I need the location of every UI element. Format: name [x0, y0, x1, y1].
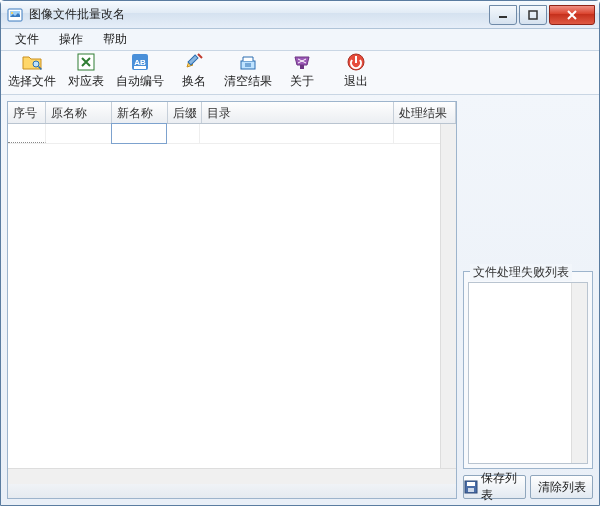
horizontal-scrollbar[interactable] — [8, 468, 456, 484]
toolbar-label: 选择文件 — [8, 73, 56, 90]
toolbar-label: 对应表 — [68, 73, 104, 90]
fail-list[interactable] — [468, 282, 588, 464]
table-footer — [8, 484, 456, 498]
app-icon — [7, 7, 23, 23]
col-new-name[interactable]: 新名称 — [112, 102, 168, 123]
rename-button[interactable]: 换名 — [169, 49, 219, 92]
auto-number-button[interactable]: AB 自动编号 — [115, 49, 165, 92]
clear-icon — [237, 51, 259, 73]
exit-icon — [345, 51, 367, 73]
button-label: 保存列表 — [481, 470, 525, 504]
clear-results-button[interactable]: 清空结果 — [223, 49, 273, 92]
app-window: 图像文件批量改名 文件 操作 帮助 选择文件 — [0, 0, 600, 506]
cell-seq[interactable] — [8, 124, 46, 143]
side-panel: 文件处理失败列表 保存列表 清除列表 — [463, 101, 593, 499]
col-dir[interactable]: 目录 — [202, 102, 394, 123]
cell-ext[interactable] — [166, 124, 200, 143]
clear-list-button[interactable]: 清除列表 — [530, 475, 593, 499]
title-bar[interactable]: 图像文件批量改名 — [1, 1, 599, 29]
side-button-row: 保存列表 清除列表 — [463, 475, 593, 499]
maximize-button[interactable] — [519, 5, 547, 25]
col-old-name[interactable]: 原名称 — [46, 102, 112, 123]
table-row[interactable] — [8, 124, 456, 144]
svg-rect-9 — [134, 66, 146, 69]
vertical-scrollbar[interactable] — [571, 283, 587, 463]
file-table: 序号 原名称 新名称 后缀 目录 处理结果 — [7, 101, 457, 499]
window-title: 图像文件批量改名 — [29, 6, 487, 23]
svg-rect-11 — [241, 61, 255, 69]
svg-rect-16 — [467, 482, 475, 486]
cell-dir[interactable] — [200, 124, 394, 143]
about-icon — [291, 51, 313, 73]
svg-rect-3 — [499, 16, 507, 18]
toolbar-label: 关于 — [290, 73, 314, 90]
minimize-button[interactable] — [489, 5, 517, 25]
cell-new-name[interactable] — [111, 123, 167, 144]
col-result[interactable]: 处理结果 — [394, 102, 456, 123]
fail-list-group: 文件处理失败列表 — [463, 271, 593, 469]
folder-search-icon — [21, 51, 43, 73]
auto-number-icon: AB — [129, 51, 151, 73]
svg-point-5 — [33, 61, 39, 67]
col-seq[interactable]: 序号 — [8, 102, 46, 123]
svg-rect-12 — [300, 65, 304, 69]
exit-button[interactable]: 退出 — [331, 49, 381, 92]
menu-file[interactable]: 文件 — [5, 29, 49, 50]
client-area: 序号 原名称 新名称 后缀 目录 处理结果 — [1, 95, 599, 505]
vertical-scrollbar[interactable] — [440, 124, 456, 468]
close-button[interactable] — [549, 5, 595, 25]
menu-operate[interactable]: 操作 — [49, 29, 93, 50]
svg-text:AB: AB — [134, 58, 146, 67]
mapping-table-button[interactable]: 对应表 — [61, 49, 111, 92]
toolbar-label: 退出 — [344, 73, 368, 90]
svg-rect-4 — [529, 11, 537, 19]
svg-point-2 — [11, 12, 13, 14]
table-body[interactable] — [8, 124, 456, 468]
svg-rect-17 — [468, 488, 474, 492]
svg-rect-10 — [188, 55, 198, 65]
col-ext[interactable]: 后缀 — [168, 102, 202, 123]
svg-rect-14 — [355, 56, 357, 63]
toolbar-label: 清空结果 — [224, 73, 272, 90]
about-button[interactable]: 关于 — [277, 49, 327, 92]
select-files-button[interactable]: 选择文件 — [7, 49, 57, 92]
button-label: 清除列表 — [538, 479, 586, 496]
toolbar-label: 自动编号 — [116, 73, 164, 90]
toolbar: 选择文件 对应表 AB 自动编号 换名 清空结果 — [1, 51, 599, 95]
rename-icon — [183, 51, 205, 73]
menu-help[interactable]: 帮助 — [93, 29, 137, 50]
save-icon — [464, 480, 478, 494]
table-header: 序号 原名称 新名称 后缀 目录 处理结果 — [8, 102, 456, 124]
cell-old-name[interactable] — [46, 124, 112, 143]
window-buttons — [487, 5, 595, 25]
fail-list-label: 文件处理失败列表 — [470, 264, 572, 281]
save-list-button[interactable]: 保存列表 — [463, 475, 526, 499]
excel-icon — [75, 51, 97, 73]
menu-bar: 文件 操作 帮助 — [1, 29, 599, 51]
toolbar-label: 换名 — [182, 73, 206, 90]
